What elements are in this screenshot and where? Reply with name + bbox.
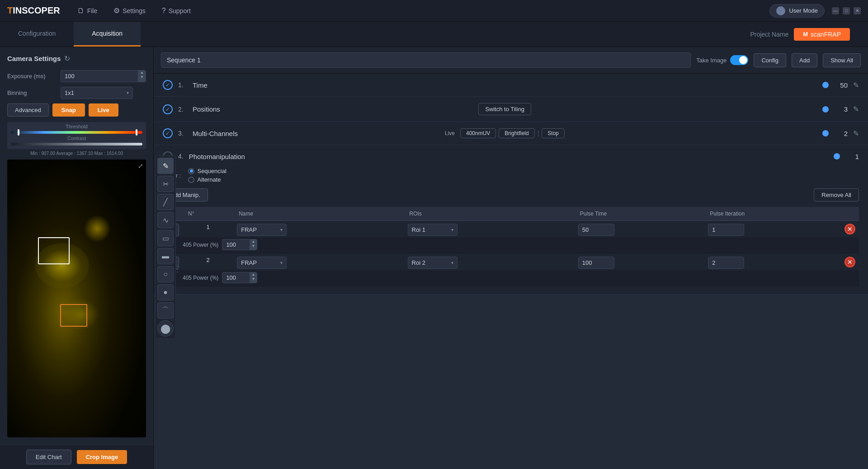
power-decrement-2[interactable]: ▼ (250, 277, 257, 281)
power-input-2[interactable] (222, 272, 250, 283)
col-header-delete (841, 207, 859, 221)
tab-configuration[interactable]: Configuration (0, 22, 74, 47)
minimize-button[interactable]: — (832, 7, 839, 14)
freehand-tool-btn[interactable]: ⌒ (157, 302, 174, 319)
check-circle-1: ✓ (163, 80, 173, 90)
edit-icon-2[interactable]: ✎ (853, 105, 859, 113)
contrast-track[interactable] (11, 143, 142, 145)
exposure-input-group: ▲ ▼ (61, 70, 146, 82)
exposure-decrement[interactable]: ▼ (138, 75, 146, 80)
file-label: File (87, 7, 98, 14)
check-circle-2: ✓ (163, 104, 173, 114)
col-header-rois: ROIs (404, 207, 575, 221)
settings-icon: ⚙ (113, 6, 120, 15)
edit-chart-button[interactable]: Edit Chart (26, 450, 71, 464)
sequence-item-photomanip: 4. Photomanipulation 1 Order : Sequencia… (154, 145, 868, 295)
config-button[interactable]: Config (754, 53, 786, 67)
settings-label: Settings (123, 7, 146, 14)
take-image-label: Take Image (696, 57, 726, 64)
pulse-iter-input-2[interactable] (708, 257, 744, 269)
file-menu[interactable]: 🗋 File (74, 5, 101, 17)
manip-actions: Add Manip. Remove All (163, 188, 859, 202)
roi-box-2[interactable] (60, 304, 87, 327)
threshold-track[interactable] (11, 131, 142, 134)
threshold-right-handle[interactable] (136, 129, 137, 136)
support-label: Support (169, 7, 191, 14)
sequence-item-positions: ✓ 2. Positions Switch to Tiling 3 ✎ (154, 97, 868, 122)
seq-badge-3 (822, 130, 829, 136)
show-all-button[interactable]: Show All (823, 53, 861, 67)
curve-tool-btn[interactable]: ∿ (157, 212, 174, 228)
chevron-down-icon: ▾ (280, 260, 283, 265)
edit-icon-1[interactable]: ✎ (853, 81, 859, 89)
power-decrement-1[interactable]: ▼ (250, 244, 257, 249)
exposure-label: Exposure (ms) (7, 73, 57, 80)
col-header-n: N° (183, 207, 233, 221)
settings-menu[interactable]: ⚙ Settings (110, 5, 149, 17)
radio-alternate-indicator (188, 177, 194, 183)
edit-icon-3[interactable]: ✎ (853, 129, 859, 138)
exposure-increment[interactable]: ▲ (138, 70, 146, 75)
camera-settings-header: Camera Settings ↻ (7, 54, 146, 63)
binning-select[interactable]: 1x1 ▾ (61, 87, 133, 99)
snap-button[interactable]: Snap (52, 103, 85, 117)
blob-tool-btn[interactable]: ⬤ (157, 320, 174, 337)
manip-roi-select-1[interactable]: Roi 1 ▾ (408, 224, 458, 236)
filled-rect-tool-btn[interactable]: ▬ (157, 248, 174, 264)
app-logo: TINSCOPER (7, 5, 60, 16)
roi-box-1[interactable] (38, 237, 70, 264)
scissors-tool-btn[interactable]: ✂ (157, 176, 174, 192)
manip-roi-select-2[interactable]: Roi 2 ▾ (408, 257, 458, 269)
titlebar: TINSCOPER 🗋 File ⚙ Settings ? Support Us… (0, 0, 868, 22)
refresh-icon[interactable]: ↻ (64, 54, 70, 63)
right-panel: Take Image Config Add Show All ✓ 1. Time… (154, 47, 868, 469)
radio-alternate[interactable]: Alternate (188, 176, 226, 183)
channel-400nm: 400nmUV (460, 128, 496, 138)
add-button[interactable]: Add (792, 53, 817, 67)
manip-name-select-2[interactable]: FRAP ▾ (237, 257, 287, 269)
project-value-display: M scanFRAP (794, 28, 850, 41)
delete-btn-2[interactable]: ✕ (844, 257, 855, 267)
table-header-row: N° Name ROIs Pulse Time Pulse Iteration (163, 207, 859, 221)
manip-index-2: 2 (183, 254, 233, 270)
radio-sequencial[interactable]: Sequencial (188, 168, 226, 174)
microscopy-background (7, 159, 146, 437)
stop-button[interactable]: Stop (542, 128, 565, 138)
power-increment-1[interactable]: ▲ (250, 239, 257, 244)
exposure-input[interactable] (61, 70, 138, 82)
line-tool-btn[interactable]: ╱ (157, 194, 174, 210)
crop-image-button[interactable]: Crop Image (77, 450, 127, 464)
photomanip-title: Photomanipulation (189, 153, 828, 160)
delete-btn-1[interactable]: ✕ (844, 224, 855, 234)
take-image-toggle[interactable] (730, 55, 748, 65)
tab-acquisition[interactable]: Acquisition (74, 22, 141, 47)
remove-all-button[interactable]: Remove All (814, 188, 859, 202)
maximize-button[interactable]: □ (843, 7, 850, 14)
seq-badge-1 (822, 82, 829, 88)
titlebar-nav: 🗋 File ⚙ Settings ? Support (74, 5, 770, 17)
power-input-1[interactable] (222, 239, 250, 250)
close-button[interactable]: ✕ (854, 7, 861, 14)
live-button[interactable]: Live (89, 103, 118, 117)
pencil-tool-btn[interactable]: ✎ (157, 158, 174, 174)
threshold-bar: Threshold Contrast (7, 122, 146, 149)
rectangle-tool-btn[interactable]: ▭ (157, 230, 174, 246)
expand-icon[interactable]: ⤢ (138, 162, 143, 169)
seq-badge-2 (822, 106, 829, 113)
power-increment-2[interactable]: ▲ (250, 272, 257, 277)
check-circle-3: ✓ (163, 128, 173, 138)
pulse-time-input-1[interactable] (578, 224, 614, 236)
filled-circle-tool-btn[interactable]: ● (157, 284, 174, 300)
switch-to-tiling-button[interactable]: Switch to Tiling (478, 103, 531, 115)
support-menu[interactable]: ? Support (158, 5, 194, 17)
chevron-down-icon: ▾ (280, 227, 283, 232)
col-header-name: Name (233, 207, 404, 221)
threshold-left-handle[interactable] (18, 129, 19, 136)
user-mode-button[interactable]: User Mode (769, 4, 825, 18)
manip-name-select-1[interactable]: FRAP ▾ (237, 224, 287, 236)
pulse-time-input-2[interactable] (578, 257, 614, 269)
pulse-iter-input-1[interactable] (708, 224, 744, 236)
advanced-button[interactable]: Advanced (7, 103, 49, 117)
sequence-name-input[interactable] (161, 52, 691, 68)
circle-tool-btn[interactable]: ○ (157, 266, 174, 282)
